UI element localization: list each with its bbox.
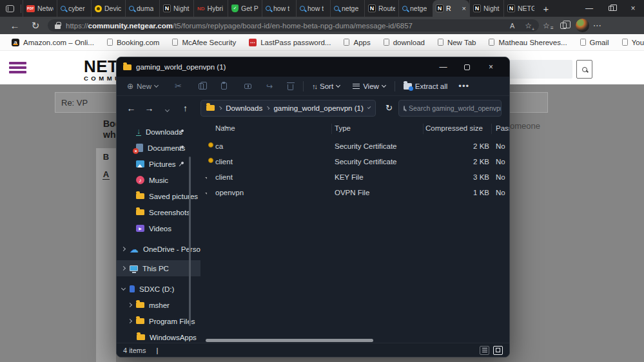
tab-hybrid[interactable]: NDHybri <box>193 0 228 17</box>
bookmark-lastpass[interactable]: •••LastPass password... <box>242 39 337 46</box>
explorer-close-button[interactable]: × <box>479 57 503 77</box>
hamburger-menu-icon[interactable] <box>9 62 26 75</box>
see-more-icon[interactable]: ••• <box>458 81 469 91</box>
share-icon[interactable]: ↪ <box>266 82 273 91</box>
delete-icon[interactable] <box>288 84 293 90</box>
tab-netgear-search-1[interactable]: netge <box>330 0 364 17</box>
explorer-search-placeholder: Search gaming_world_openvpn (1) <box>409 104 502 112</box>
explorer-search-box[interactable]: Search gaming_world_openvpn (1) <box>398 100 502 117</box>
chevron-right-icon[interactable] <box>121 266 126 271</box>
browser-close-button[interactable]: × <box>622 0 644 17</box>
collections-icon[interactable] <box>560 23 567 29</box>
explorer-minimize-button[interactable]: — <box>431 57 455 77</box>
browser-menu-icon[interactable]: ⋯ <box>593 21 602 30</box>
bookmark-matheau[interactable]: Matheau Shereves... <box>482 39 573 46</box>
breadcrumb[interactable]: Downloads gaming_world_openvpn (1) <box>200 100 376 117</box>
sidebar-item-downloads[interactable]: ↓Downloads <box>117 124 200 140</box>
folder-icon <box>136 193 144 199</box>
nav-back-button[interactable]: ← <box>124 103 138 113</box>
sidebar-scrollbar[interactable] <box>189 157 191 326</box>
new-button[interactable]: ⊕New <box>127 82 158 91</box>
explorer-maximize-button[interactable] <box>455 57 479 77</box>
underline-button[interactable]: A <box>96 169 116 179</box>
chevron-right-icon[interactable] <box>121 247 126 251</box>
bookmark-apps[interactable]: Apps <box>337 39 376 46</box>
column-name[interactable]: Name <box>215 124 235 132</box>
nav-recent-chevron[interactable] <box>161 103 174 113</box>
breadcrumb-current-folder[interactable]: gaming_world_openvpn (1) <box>273 104 363 112</box>
refresh-button[interactable]: ↻ <box>27 20 44 32</box>
sidebar-item-onedrive[interactable]: ☁OneDrive - Perso <box>117 241 200 257</box>
chevron-right-icon[interactable] <box>128 303 132 307</box>
nav-forward-button[interactable]: → <box>142 103 156 113</box>
tab-how-1[interactable]: how t <box>262 0 296 17</box>
tab-device[interactable]: Devic <box>91 0 125 17</box>
column-compressed-size[interactable]: Compressed size <box>425 124 483 132</box>
copy-icon[interactable] <box>199 83 204 90</box>
sidebar-item-documents[interactable]: ×Documents <box>117 140 200 156</box>
nav-up-button[interactable]: ↑ <box>179 103 192 113</box>
sort-button[interactable]: ↑↓Sort <box>312 82 340 90</box>
sidebar-item-videos[interactable]: ▶Videos <box>117 220 200 236</box>
sidebar-item-program-files[interactable]: Program Files <box>117 313 200 329</box>
tab-close-icon[interactable]: × <box>462 5 466 12</box>
add-favorite-icon[interactable]: ☆ <box>525 21 532 30</box>
tab-network[interactable]: PDFNetwo <box>23 0 57 17</box>
sidebar-item-this-pc[interactable]: This PC <box>117 260 200 276</box>
sidebar-item-pictures[interactable]: Pictures <box>117 156 200 172</box>
profile-avatar[interactable] <box>576 19 589 32</box>
back-button[interactable]: ← <box>6 20 23 31</box>
column-password[interactable]: Passw <box>496 124 510 132</box>
tab-nighthawk[interactable]: NNight <box>159 0 193 17</box>
explorer-title-bar[interactable]: gaming_world_openvpn (1) — × <box>117 57 509 77</box>
file-row-client-key[interactable]: client KEY File 3 KB No <box>200 169 509 185</box>
tab-active-reply[interactable]: NR× <box>433 0 469 17</box>
bookmark-download[interactable]: download <box>377 39 431 46</box>
breadcrumb-downloads[interactable]: Downloads <box>226 104 262 112</box>
tab-duma[interactable]: duma <box>125 0 159 17</box>
new-tab-button[interactable]: + <box>538 0 554 17</box>
address-bar[interactable]: https://community.netgear.com/t5/forums/… <box>48 19 539 32</box>
community-search-button[interactable] <box>576 60 592 79</box>
explorer-refresh-button[interactable]: ↻ <box>385 103 393 113</box>
sidebar-item-sdxc-drive[interactable]: SDXC (D:) <box>117 281 200 297</box>
file-row-ca[interactable]: ca Security Certificate 2 KB No <box>200 138 509 154</box>
bookmark-mcafee[interactable]: McAfee Security <box>166 39 242 46</box>
bookmark-newtab[interactable]: New Tab <box>431 39 483 46</box>
tab-netgear-site[interactable]: NNETG <box>503 0 538 17</box>
browser-restore-button[interactable] <box>600 0 622 17</box>
bookmark-amazon[interactable]: aAmazon.com – Onli... <box>5 39 101 46</box>
bookmark-gmail[interactable]: Gmail <box>574 39 616 46</box>
cut-icon[interactable]: ✂ <box>175 81 182 91</box>
file-row-client-cert[interactable]: client Security Certificate 2 KB No <box>200 154 509 169</box>
details-view-button[interactable] <box>480 346 489 355</box>
tab-netgear-search-2[interactable]: netge <box>398 0 433 17</box>
bookmark-booking[interactable]: Booking.com <box>101 39 166 46</box>
tab-how-2[interactable]: how t <box>296 0 330 17</box>
sidebar-item-music[interactable]: ♪Music <box>117 172 200 188</box>
file-row-openvpn[interactable]: openvpn OVPN File 1 KB No <box>200 185 509 200</box>
chevron-right-icon[interactable] <box>128 319 132 323</box>
bold-button[interactable]: B <box>96 152 116 162</box>
view-button[interactable]: View <box>353 82 385 90</box>
paste-icon[interactable] <box>221 82 227 90</box>
sidebar-item-screenshots[interactable]: Screenshots <box>117 204 200 220</box>
tab-nighthawk-2[interactable]: NNight <box>469 0 503 17</box>
sidebar-item-msher[interactable]: msher <box>117 297 200 313</box>
chevron-down-icon[interactable] <box>121 285 126 290</box>
tab-getp[interactable]: ✓Get P <box>228 0 262 17</box>
favorites-bar-icon[interactable]: ☆ <box>543 21 550 30</box>
read-aloud-icon[interactable]: A <box>510 22 514 30</box>
sidebar-item-saved-pictures[interactable]: Saved pictures <box>117 188 200 204</box>
extract-all-button[interactable]: Extract all <box>404 82 448 90</box>
tab-cyber[interactable]: cyber <box>57 0 91 17</box>
tab-router[interactable]: NRoute <box>364 0 398 17</box>
tab-actions-button[interactable] <box>0 0 19 17</box>
browser-minimize-button[interactable]: — <box>578 0 600 17</box>
column-type[interactable]: Type <box>335 124 351 132</box>
chevron-down-icon[interactable] <box>367 105 371 109</box>
bookmark-youtube[interactable]: YouTube <box>616 39 644 46</box>
large-icons-view-button[interactable] <box>493 346 503 355</box>
horizontal-scrollbar[interactable] <box>206 339 373 342</box>
rename-icon[interactable] <box>244 84 251 89</box>
